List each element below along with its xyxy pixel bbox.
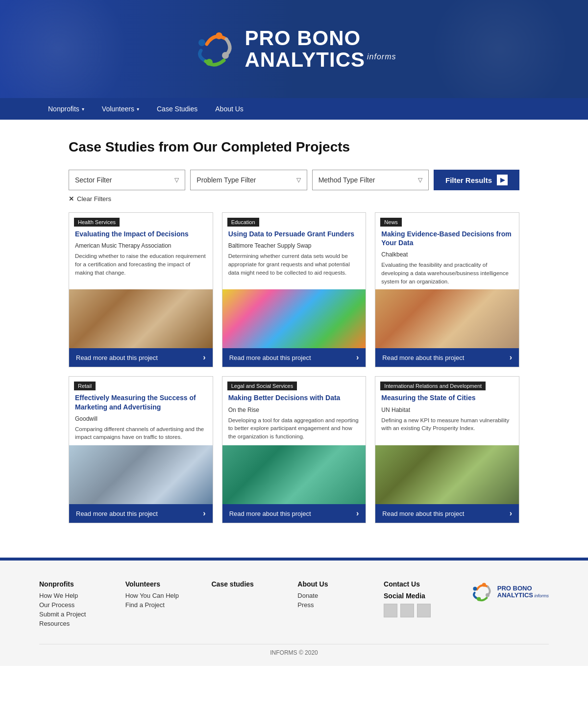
dropdown-arrow: ▾ xyxy=(137,106,139,112)
problem-type-filter-select[interactable]: Problem Type Filter ▽ xyxy=(190,170,307,190)
footer-copyright: INFORMS © 2020 xyxy=(39,644,549,656)
card-desc: Developing a tool for data aggregation a… xyxy=(228,416,360,441)
filter-results-button[interactable]: Filter Results ▶ xyxy=(434,170,519,190)
card-image xyxy=(69,289,213,348)
footer-link[interactable]: Press xyxy=(297,601,374,609)
card-title: Making Better Decisions with Data xyxy=(228,393,360,402)
card-tag: Education xyxy=(227,218,259,227)
card-body: Evaluating the Impact of Decisions Ameri… xyxy=(69,227,213,289)
card-body: Effectively Measuring the Success of Mar… xyxy=(69,390,213,445)
footer-link[interactable]: Our Process xyxy=(39,601,116,609)
svg-point-5 xyxy=(473,587,477,591)
main-content: Case Studies from Our Completed Projects… xyxy=(59,120,529,553)
hero-content: PRO BONO ANALYTICSinforms xyxy=(192,27,396,71)
card-read-more[interactable]: Read more about this project › xyxy=(69,504,213,523)
card-org: Baltimore Teacher Supply Swap xyxy=(228,242,360,249)
card-footer-arrow: › xyxy=(510,509,512,518)
hero-banner: PRO BONO ANALYTICSinforms xyxy=(0,0,588,98)
card-desc: Deciding whether to raise the education … xyxy=(75,252,207,277)
card-footer-label: Read more about this project xyxy=(229,354,311,361)
card-item: Retail Effectively Measuring the Success… xyxy=(69,376,213,523)
footer-col-4: Contact UsSocial Media xyxy=(384,580,460,629)
method-type-filter-select[interactable]: Method Type Filter ▽ xyxy=(312,170,429,190)
logo-analytics: ANALYTICSinforms xyxy=(245,49,396,71)
card-tag: Retail xyxy=(74,382,96,390)
footer-link[interactable]: How You Can Help xyxy=(125,592,202,599)
nav-volunteers[interactable]: Volunteers ▾ xyxy=(93,98,148,120)
card-footer-arrow: › xyxy=(356,353,359,362)
clear-filters-icon: ✕ xyxy=(69,195,74,203)
card-title: Making Evidence-Based Decisions from You… xyxy=(381,230,513,247)
footer-col-3: About UsDonatePress xyxy=(297,580,374,629)
method-filter-arrow: ▽ xyxy=(418,177,422,183)
card-footer-label: Read more about this project xyxy=(76,354,158,361)
nav-about-us[interactable]: About Us xyxy=(206,98,252,120)
footer-link[interactable]: Donate xyxy=(297,592,374,599)
footer: NonprofitsHow We HelpOur ProcessSubmit a… xyxy=(0,561,588,666)
footer-col-title: Contact Us xyxy=(384,580,460,588)
card-body: Making Evidence-Based Decisions from You… xyxy=(375,227,519,289)
sector-filter-arrow: ▽ xyxy=(174,177,179,183)
card-footer-arrow: › xyxy=(356,509,359,518)
card-title: Measuring the State of Cities xyxy=(381,393,513,402)
nav-case-studies[interactable]: Case Studies xyxy=(148,98,206,120)
dropdown-arrow: ▾ xyxy=(82,106,84,112)
card-tag: Legal and Social Services xyxy=(227,382,297,390)
footer-logo-col: PRO BONO ANALYTICS informs xyxy=(470,580,549,629)
card-read-more[interactable]: Read more about this project › xyxy=(69,348,213,367)
footer-link[interactable]: Submit a Project xyxy=(39,611,116,618)
card-title: Using Data to Persuade Grant Funders xyxy=(228,230,360,238)
footer-link[interactable]: Resources xyxy=(39,620,116,627)
card-org: Chalkbeat xyxy=(381,251,513,258)
sector-filter-select[interactable]: Sector Filter ▽ xyxy=(69,170,185,190)
footer-col-2: Case studies xyxy=(212,580,288,629)
footer-link[interactable]: Find a Project xyxy=(125,601,202,609)
footer-logo: PRO BONO ANALYTICS informs xyxy=(470,580,549,604)
card-tag: International Relations and Development xyxy=(380,382,486,390)
card-read-more[interactable]: Read more about this project › xyxy=(375,504,519,523)
card-desc: Determining whether current data sets wo… xyxy=(228,252,360,277)
social-icon-1[interactable] xyxy=(384,604,397,617)
card-read-more[interactable]: Read more about this project › xyxy=(375,348,519,367)
footer-col-1: VolunteersHow You Can HelpFind a Project xyxy=(125,580,202,629)
card-read-more[interactable]: Read more about this project › xyxy=(222,504,366,523)
card-desc: Evaluating the feasibility and practical… xyxy=(381,261,513,285)
page-title: Case Studies from Our Completed Projects xyxy=(69,139,519,155)
nav-nonprofits[interactable]: Nonprofits ▾ xyxy=(39,98,93,120)
card-footer-label: Read more about this project xyxy=(76,510,158,517)
footer-col-title: Volunteers xyxy=(125,580,202,588)
card-item: Legal and Social Services Making Better … xyxy=(222,376,367,523)
card-image xyxy=(222,445,366,504)
social-icons xyxy=(384,604,460,617)
card-title: Effectively Measuring the Success of Mar… xyxy=(75,393,207,411)
card-footer-arrow: › xyxy=(510,353,512,362)
card-footer-arrow: › xyxy=(203,353,205,362)
social-icon-3[interactable] xyxy=(417,604,431,617)
card-read-more[interactable]: Read more about this project › xyxy=(222,348,366,367)
card-body: Making Better Decisions with Data On the… xyxy=(222,390,366,445)
footer-logo-text: PRO BONO ANALYTICS informs xyxy=(497,585,549,599)
card-org: On the Rise xyxy=(228,407,360,413)
social-icon-2[interactable] xyxy=(400,604,414,617)
logo-text: PRO BONO ANALYTICSinforms xyxy=(245,27,396,71)
card-body: Measuring the State of Cities UN Habitat… xyxy=(375,390,519,445)
footer-grid: NonprofitsHow We HelpOur ProcessSubmit a… xyxy=(39,580,549,629)
clear-filters-link[interactable]: ✕ Clear Filters xyxy=(69,195,519,203)
card-org: Goodwill xyxy=(75,415,207,422)
card-item: Education Using Data to Persuade Grant F… xyxy=(222,212,367,367)
card-image xyxy=(375,289,519,348)
card-tag: News xyxy=(380,218,402,227)
footer-logo-informs: informs xyxy=(533,593,549,598)
card-body: Using Data to Persuade Grant Funders Bal… xyxy=(222,227,366,289)
card-footer-label: Read more about this project xyxy=(382,354,464,361)
navigation: Nonprofits ▾ Volunteers ▾ Case Studies A… xyxy=(0,98,588,120)
card-org: UN Habitat xyxy=(381,407,513,413)
footer-link[interactable]: How We Help xyxy=(39,592,116,599)
card-footer-arrow: › xyxy=(203,509,205,518)
card-org: American Music Therapy Association xyxy=(75,242,207,249)
card-item: Health Services Evaluating the Impact of… xyxy=(69,212,213,367)
card-item: News Making Evidence-Based Decisions fro… xyxy=(375,212,519,367)
card-desc: Defining a new KPI to measure human vuln… xyxy=(381,416,513,433)
footer-col-0: NonprofitsHow We HelpOur ProcessSubmit a… xyxy=(39,580,116,629)
card-image xyxy=(69,445,213,504)
